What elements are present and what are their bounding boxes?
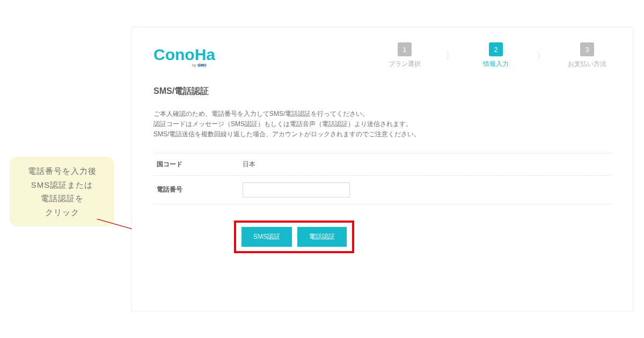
progress-stepper: 1 プラン選択 〉 2 情報入力 〉 3 お支払い方法 [380, 42, 611, 69]
phone-auth-button[interactable]: 電話認証 [297, 227, 347, 247]
country-code-value: 日本 [243, 160, 255, 169]
callout-line: SMS認証または [31, 180, 93, 189]
button-highlight-box: SMS認証 電話認証 [234, 221, 354, 253]
callout-line: 電話番号を入力後 [28, 166, 97, 175]
desc-line: ご本人確認のため、電話番号を入力してSMS/電話認証を行ってください。 [153, 110, 369, 117]
country-code-label: 国コード [157, 160, 243, 169]
step-label: お支払い方法 [568, 60, 606, 69]
country-code-row: 国コード 日本 [153, 153, 611, 176]
annotation-callout: 電話番号を入力後 SMS認証または 電話認証を クリック [10, 157, 114, 226]
card-header: ConoHa by GMO 1 プラン選択 〉 2 情報入力 〉 3 お支払い方… [132, 27, 633, 75]
desc-line: SMS/電話送信を複数回繰り返した場合、アカウントがロックされますのでご注意くだ… [153, 130, 420, 138]
signup-card: ConoHa by GMO 1 プラン選択 〉 2 情報入力 〉 3 お支払い方… [131, 27, 633, 311]
step-payment: 3 お支払い方法 [563, 42, 611, 69]
step-plan: 1 プラン選択 [380, 42, 429, 69]
phone-row: 電話番号 [153, 176, 611, 204]
card-body: SMS/電話認証 ご本人確認のため、電話番号を入力してSMS/電話認証を行ってく… [132, 75, 633, 275]
step-number: 1 [398, 42, 412, 56]
sms-auth-button[interactable]: SMS認証 [241, 227, 292, 247]
phone-input[interactable] [243, 182, 350, 197]
chevron-right-icon: 〉 [536, 50, 547, 61]
phone-label: 電話番号 [157, 185, 243, 194]
step-label: プラン選択 [389, 60, 421, 69]
section-title: SMS/電話認証 [153, 86, 611, 97]
step-number: 3 [580, 42, 594, 56]
step-number: 2 [489, 42, 503, 56]
step-info: 2 情報入力 [472, 42, 520, 69]
desc-line: 認証コードはメッセージ（SMS認証）もしくは電話音声（電話認証）より送信されます… [153, 120, 412, 128]
svg-text:GMO: GMO [197, 63, 207, 67]
svg-text:ConoHa: ConoHa [153, 46, 215, 63]
svg-text:by: by [192, 63, 196, 68]
brand-logo: ConoHa by GMO [153, 44, 229, 68]
section-description: ご本人確認のため、電話番号を入力してSMS/電話認証を行ってください。 認証コー… [153, 109, 611, 140]
callout-line: クリック [45, 208, 79, 217]
callout-line: 電話認証を [41, 194, 84, 203]
step-label: 情報入力 [483, 60, 509, 69]
chevron-right-icon: 〉 [445, 50, 456, 61]
